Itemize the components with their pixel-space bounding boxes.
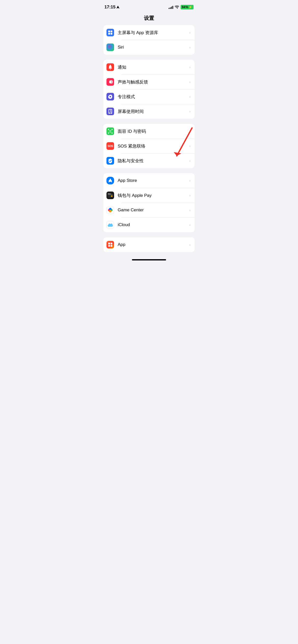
notifications-label: 通知 (118, 64, 189, 70)
signal-icon (169, 6, 173, 9)
app-label: App (118, 242, 189, 247)
home-screen-icon (106, 29, 114, 36)
location-icon (116, 6, 119, 9)
chevron-icon: › (189, 193, 191, 197)
wallet-label: 钱包与 Apple Pay (118, 193, 189, 198)
screen-time-label: 屏幕使用时间 (118, 109, 189, 114)
face-id-icon (106, 127, 114, 135)
row-app-store[interactable]: App Store › (103, 173, 195, 188)
row-sounds[interactable]: 声效与触感反馈 › (103, 75, 195, 89)
settings-group-1: 主屏幕与 App 资源库 › Siri › (103, 25, 195, 55)
time-display: 17:15 (104, 5, 115, 10)
battery-indicator: 94% ⚡ (181, 5, 194, 9)
chevron-icon: › (189, 243, 191, 247)
svg-point-19 (111, 130, 111, 131)
focus-label: 专注模式 (118, 94, 189, 100)
icloud-icon (106, 221, 114, 229)
status-time: 17:15 (104, 5, 119, 10)
row-home-screen[interactable]: 主屏幕与 App 资源库 › (103, 25, 195, 40)
row-notifications[interactable]: 通知 › (103, 60, 195, 75)
home-indicator (132, 259, 166, 260)
home-indicator-area (99, 257, 199, 266)
face-id-label: 面容 ID 与密码 (118, 128, 189, 134)
settings-group-2: 通知 › 声效与触感反馈 › 专注模式 › (103, 60, 195, 119)
svg-rect-37 (111, 245, 112, 247)
page-title: 设置 (99, 13, 199, 25)
app-icon (106, 241, 114, 248)
privacy-icon (106, 157, 114, 165)
svg-point-18 (109, 130, 110, 131)
status-right: 94% ⚡ (169, 5, 194, 9)
row-focus[interactable]: 专注模式 › (103, 89, 195, 104)
siri-label: Siri (118, 45, 189, 50)
app-store-icon (106, 177, 114, 184)
row-app[interactable]: App › (103, 237, 195, 252)
svg-rect-1 (108, 31, 110, 32)
status-bar: 17:15 94% ⚡ (99, 0, 199, 13)
app-store-label: App Store (118, 178, 189, 183)
row-game-center[interactable]: Game Center › (103, 203, 195, 217)
chevron-icon: › (189, 45, 191, 49)
chevron-icon: › (189, 223, 191, 227)
screen-time-icon (106, 108, 114, 115)
chevron-icon: › (189, 65, 191, 69)
sos-label: SOS 紧急联络 (118, 143, 189, 149)
svg-rect-17 (112, 133, 113, 134)
icloud-label: iCloud (118, 222, 189, 227)
chevron-icon: › (189, 129, 191, 133)
chevron-icon: › (189, 179, 191, 183)
settings-group-3: 面容 ID 与密码 › SOS SOS 紧急联络 › 隐私与安全性 › (103, 124, 195, 168)
privacy-label: 隐私与安全性 (118, 158, 189, 164)
row-privacy[interactable]: 隐私与安全性 › (103, 153, 195, 168)
chevron-icon: › (189, 80, 191, 84)
game-center-label: Game Center (118, 208, 189, 213)
chevron-icon: › (189, 95, 191, 99)
svg-marker-7 (109, 80, 111, 84)
svg-marker-0 (116, 6, 119, 9)
svg-rect-11 (110, 113, 111, 114)
svg-rect-14 (108, 129, 109, 130)
svg-rect-34 (108, 243, 110, 244)
sounds-label: 声效与触感反馈 (118, 79, 189, 85)
svg-rect-4 (111, 33, 112, 35)
wallet-icon (106, 192, 114, 199)
chevron-icon: › (189, 159, 191, 163)
svg-rect-3 (108, 33, 110, 35)
row-wallet[interactable]: 钱包与 Apple Pay › (103, 188, 195, 203)
chevron-icon: › (189, 208, 191, 212)
svg-point-8 (110, 96, 111, 97)
game-center-icon (106, 206, 114, 214)
row-icloud[interactable]: iCloud › (103, 217, 195, 232)
svg-rect-6 (110, 65, 111, 65)
notifications-icon (106, 63, 114, 71)
svg-point-29 (112, 196, 113, 197)
svg-rect-16 (108, 133, 109, 134)
chevron-icon: › (189, 109, 191, 113)
home-screen-label: 主屏幕与 App 资源库 (118, 30, 189, 36)
focus-icon (106, 93, 114, 100)
row-sos[interactable]: SOS SOS 紧急联络 › (103, 139, 195, 153)
siri-icon (106, 43, 114, 51)
chevron-icon: › (189, 144, 191, 148)
row-screen-time[interactable]: 屏幕使用时间 › (103, 104, 195, 119)
svg-rect-27 (108, 193, 110, 194)
wifi-icon (175, 6, 179, 9)
svg-point-5 (110, 69, 111, 70)
svg-rect-2 (111, 31, 112, 32)
svg-point-33 (109, 210, 112, 212)
svg-rect-35 (111, 243, 112, 244)
row-siri[interactable]: Siri › (103, 40, 195, 55)
sounds-icon (106, 78, 114, 86)
battery-percent: 94 (182, 5, 185, 9)
svg-rect-15 (112, 129, 113, 130)
row-face-id[interactable]: 面容 ID 与密码 › (103, 124, 195, 139)
chevron-icon: › (189, 31, 191, 35)
svg-rect-36 (108, 245, 110, 247)
settings-group-5: App › (103, 237, 195, 252)
settings-group-4: App Store › 钱包与 Apple Pay › Game C (103, 173, 195, 232)
sos-icon: SOS (106, 142, 114, 150)
